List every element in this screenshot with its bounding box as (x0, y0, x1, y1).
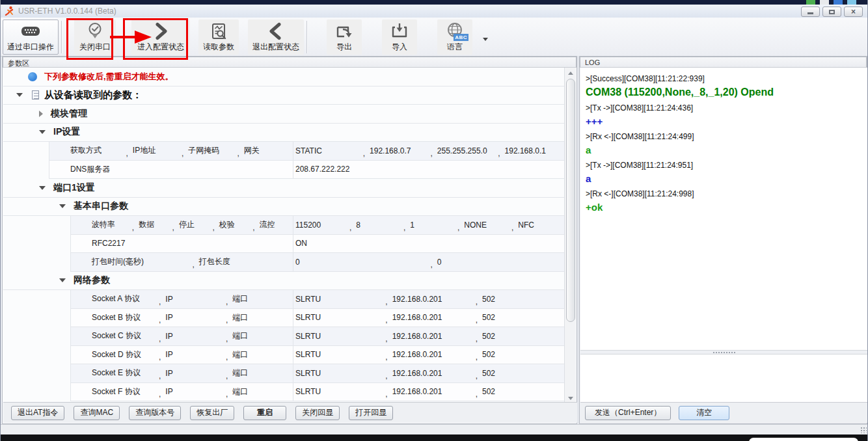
import-button[interactable]: 导入 (382, 20, 417, 55)
read-params-button[interactable]: 读取参数 (198, 20, 239, 55)
param-value[interactable]: SLRTU (295, 369, 385, 378)
param-value[interactable]: ,192.168.0.201 (385, 313, 475, 322)
tree-group-row[interactable]: 基本串口参数 (3, 198, 565, 217)
param-label: ,IP (159, 313, 226, 322)
param-value[interactable]: ,192.168.0.201 (385, 350, 475, 359)
comma-separator: , (385, 334, 387, 343)
param-value[interactable]: SLRTU (295, 350, 385, 359)
comma-separator: , (226, 390, 228, 399)
info-icon (28, 72, 37, 81)
maximize-button[interactable] (822, 7, 841, 17)
comma-separator: , (193, 260, 195, 269)
collapse-arrow-icon[interactable] (39, 186, 46, 190)
collapse-arrow-icon[interactable] (59, 278, 66, 282)
param-value[interactable]: SLRTU (295, 295, 385, 304)
param-value[interactable]: SLRTU (295, 313, 385, 322)
param-value[interactable]: SLRTU (295, 387, 385, 396)
param-value[interactable]: ,192.168.0.1 (498, 146, 565, 155)
send-input[interactable] (580, 354, 867, 404)
collapse-arrow-icon[interactable] (16, 93, 23, 97)
tree-group-row[interactable]: 网络参数 (3, 272, 565, 291)
param-value[interactable]: ,502 (476, 387, 565, 396)
param-scrollbar[interactable] (564, 68, 576, 403)
factory-reset-button[interactable]: 恢复出厂 (190, 406, 234, 420)
exit-at-command-button[interactable]: 退出AT指令 (11, 406, 64, 420)
tree-group-row[interactable]: 模块管理 (3, 105, 565, 124)
param-cell[interactable]: Socket F 协议,IP,端口SLRTU,192.168.0.201,502 (70, 383, 565, 402)
param-row: Socket F 协议,IP,端口SLRTU,192.168.0.201,502 (3, 383, 565, 402)
param-value[interactable]: ,1 (403, 220, 457, 230)
minimize-button[interactable] (801, 7, 820, 17)
app-window: USR-ETH V1.0.0.144 (Beta) × 通过串口操作 (0, 0, 868, 441)
param-cell[interactable]: 获取方式,IP地址,子网掩码,网关STATIC,192.168.0.7,255.… (49, 142, 565, 161)
param-value[interactable]: ,0 (431, 258, 566, 267)
comma-separator: , (159, 353, 161, 362)
param-value[interactable]: ON (295, 239, 565, 248)
background-tab-icon (847, 0, 856, 5)
operate-via-serial-button[interactable]: 通过串口操作 (3, 20, 59, 55)
collapse-arrow-icon[interactable] (59, 204, 66, 208)
param-cell[interactable]: 波特率,数据,停止,校验,流控115200,8,1,NONE,NFC (70, 216, 565, 235)
background-window-edge (748, 436, 860, 441)
param-cell[interactable]: DNS服务器208.67.222.222 (49, 161, 565, 180)
param-cell[interactable]: Socket D 协议,IP,端口SLRTU,192.168.0.201,502 (70, 346, 565, 365)
param-cell[interactable]: Socket A 协议,IP,端口SLRTU,192.168.0.201,502 (70, 290, 565, 309)
param-value[interactable]: ,192.168.0.201 (385, 295, 475, 304)
param-cell[interactable]: RFC2217ON (70, 235, 565, 254)
language-button[interactable]: ABC 语言 (437, 20, 472, 55)
resize-grip[interactable] (860, 427, 867, 433)
language-dropdown-caret[interactable] (483, 38, 488, 41)
window-controls: × (801, 7, 863, 17)
clear-button[interactable]: 清空 (679, 406, 729, 420)
param-value[interactable]: ,NFC (511, 220, 565, 230)
param-value[interactable]: ,502 (476, 313, 565, 322)
comma-separator: , (363, 149, 365, 158)
param-cell[interactable]: 打包时间(毫秒),打包长度0,0 (70, 253, 565, 272)
param-cell[interactable]: Socket C 协议,IP,端口SLRTU,192.168.0.201,502 (70, 327, 565, 346)
tree-group-row[interactable]: 从设备读取到的参数： (3, 87, 565, 105)
export-button[interactable]: 导出 (327, 20, 362, 55)
param-value[interactable]: SLRTU (295, 332, 385, 341)
param-values: 115200,8,1,NONE,NFC (293, 216, 565, 234)
collapse-arrow-icon[interactable] (39, 130, 46, 134)
param-value[interactable]: ,502 (476, 369, 565, 378)
param-value[interactable]: ,192.168.0.201 (385, 369, 475, 378)
tree-group-row[interactable]: IP设置 (3, 124, 565, 142)
param-values: 0,0 (293, 253, 565, 271)
param-value[interactable]: STATIC (295, 146, 363, 155)
param-value[interactable]: ,192.168.0.7 (363, 146, 431, 155)
param-value[interactable]: 115200 (295, 220, 349, 230)
param-labels: Socket D 协议,IP,端口 (71, 346, 293, 364)
tree-group-row[interactable]: 端口1设置 (3, 179, 565, 198)
exit-config-state-button[interactable]: 退出配置状态 (248, 20, 304, 55)
scroll-up-icon[interactable] (565, 68, 576, 78)
close-button[interactable]: × (844, 7, 863, 17)
param-value[interactable]: ,502 (476, 295, 565, 304)
export-icon (334, 21, 354, 42)
log-content[interactable]: >[Success][COM38][11:21:22:939]COM38 (11… (580, 68, 867, 351)
comma-separator: , (159, 390, 161, 399)
param-value[interactable]: ,NONE (457, 220, 511, 230)
log-panel: LOG >[Success][COM38][11:21:22:939]COM38… (579, 56, 867, 424)
param-row: DNS服务器208.67.222.222 (3, 161, 565, 180)
expand-arrow-icon[interactable] (39, 111, 43, 117)
restart-button[interactable]: 重启 (243, 406, 286, 420)
param-value[interactable]: ,192.168.0.201 (385, 387, 475, 396)
param-value[interactable]: ,502 (476, 332, 565, 341)
param-value[interactable]: ,8 (349, 220, 403, 230)
param-value[interactable]: 0 (295, 258, 431, 267)
query-version-button[interactable]: 查询版本号 (129, 406, 181, 420)
scrollbar-thumb[interactable] (566, 79, 575, 322)
param-value[interactable]: ,192.168.0.201 (385, 332, 475, 341)
send-button[interactable]: 发送（Ctrl+Enter） (585, 406, 671, 420)
query-mac-button[interactable]: 查询MAC (74, 406, 120, 420)
param-value[interactable]: ,255.255.255.0 (431, 146, 498, 155)
param-values: 208.67.222.222 (293, 161, 565, 179)
param-cell[interactable]: Socket E 协议,IP,端口SLRTU,192.168.0.201,502 (70, 364, 565, 383)
close-echo-button[interactable]: 关闭回显 (295, 406, 340, 420)
param-value[interactable]: ,502 (476, 350, 565, 359)
param-cell[interactable]: Socket B 协议,IP,端口SLRTU,192.168.0.201,502 (70, 309, 565, 328)
open-echo-button[interactable]: 打开回显 (349, 406, 393, 420)
param-label: ,数据 (132, 219, 172, 230)
param-value[interactable]: 208.67.222.222 (295, 165, 565, 174)
